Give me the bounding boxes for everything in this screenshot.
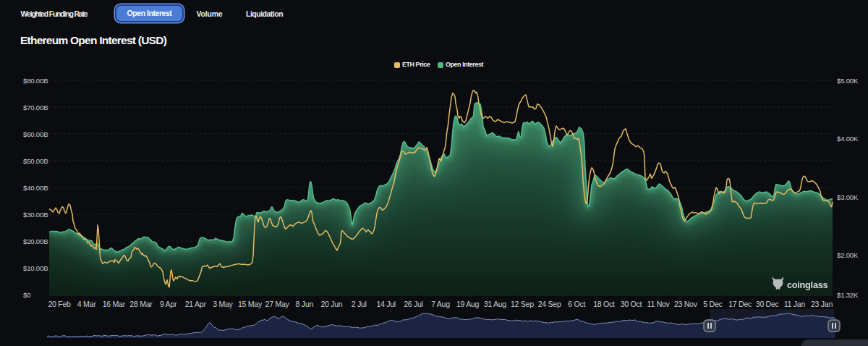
svg-text:$5.00K: $5.00K [837, 77, 859, 85]
svg-text:$60.00B: $60.00B [23, 130, 48, 138]
svg-text:3 May: 3 May [213, 300, 233, 308]
svg-text:$3.00K: $3.00K [837, 193, 859, 201]
svg-text:$70.00B: $70.00B [23, 104, 48, 111]
svg-text:30 Dec: 30 Dec [756, 300, 780, 308]
svg-text:14 Jul: 14 Jul [376, 300, 395, 308]
svg-text:27 May: 27 May [265, 300, 290, 308]
svg-text:20 Jun: 20 Jun [320, 300, 342, 308]
svg-text:20 Feb: 20 Feb [48, 300, 71, 308]
svg-text:coinglass: coinglass [787, 279, 828, 290]
svg-text:18 Oct: 18 Oct [593, 300, 615, 308]
svg-text:17 Dec: 17 Dec [728, 300, 752, 308]
svg-text:$80.00B: $80.00B [23, 77, 48, 85]
svg-text:23 Jan: 23 Jan [811, 300, 833, 308]
svg-text:28 Mar: 28 Mar [129, 300, 153, 308]
svg-text:$0: $0 [23, 291, 30, 299]
svg-text:$40.00B: $40.00B [23, 184, 48, 192]
svg-text:15 May: 15 May [238, 300, 263, 308]
svg-text:31 Aug: 31 Aug [484, 300, 507, 308]
svg-text:2 Jul: 2 Jul [352, 300, 367, 308]
svg-text:24 Sep: 24 Sep [538, 300, 561, 308]
svg-text:12 Sep: 12 Sep [511, 300, 534, 308]
svg-text:16 Mar: 16 Mar [103, 300, 126, 308]
svg-text:9 Apr: 9 Apr [160, 300, 177, 308]
svg-text:$30.00B: $30.00B [23, 211, 48, 219]
svg-text:8 Jun: 8 Jun [296, 300, 314, 308]
svg-text:19 Aug: 19 Aug [456, 300, 480, 308]
svg-text:5 Dec: 5 Dec [703, 300, 723, 308]
svg-text:$4.00K: $4.00K [837, 135, 859, 143]
svg-text:23 Nov: 23 Nov [674, 300, 698, 308]
svg-text:$50.00B: $50.00B [23, 157, 48, 165]
svg-text:$20.00B: $20.00B [23, 237, 48, 245]
svg-text:26 Jul: 26 Jul [404, 300, 422, 308]
svg-text:11 Nov: 11 Nov [647, 300, 671, 308]
svg-text:$1.32K: $1.32K [837, 291, 859, 299]
svg-text:30 Oct: 30 Oct [621, 300, 642, 308]
svg-text:$10.00B: $10.00B [23, 264, 48, 272]
svg-text:$2.00K: $2.00K [837, 251, 859, 259]
svg-text:6 Oct: 6 Oct [568, 300, 585, 308]
svg-text:4 Mar: 4 Mar [77, 300, 96, 308]
svg-text:7 Aug: 7 Aug [431, 300, 450, 308]
svg-text:11 Jan: 11 Jan [784, 300, 806, 308]
svg-text:21 Apr: 21 Apr [185, 300, 207, 308]
